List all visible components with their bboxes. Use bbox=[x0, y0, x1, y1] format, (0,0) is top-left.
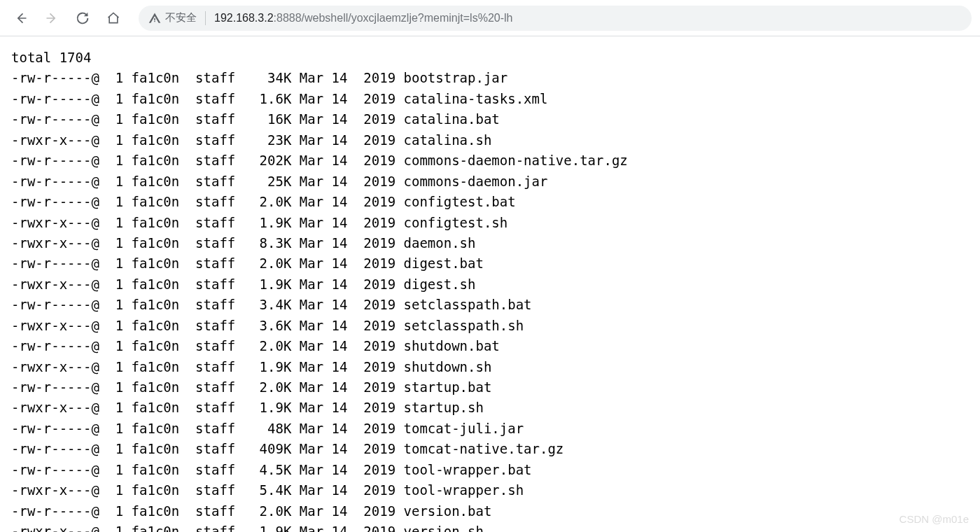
home-icon bbox=[106, 11, 120, 25]
warning-icon bbox=[148, 12, 161, 24]
address-url: 192.168.3.2:8888/webshell/yoxcjlaemzlje?… bbox=[214, 12, 512, 24]
back-button[interactable] bbox=[8, 6, 34, 31]
address-bar[interactable]: 不安全 192.168.3.2:8888/webshell/yoxcjlaemz… bbox=[139, 6, 972, 31]
page-body-listing: total 1704 -rw-r-----@ 1 fa1c0n staff 34… bbox=[0, 36, 980, 532]
address-separator bbox=[205, 11, 206, 25]
insecure-label: 不安全 bbox=[165, 11, 197, 24]
url-path: :8888/webshell/yoxcjlaemzlje?meminjt=ls%… bbox=[274, 12, 513, 24]
reload-button[interactable] bbox=[70, 6, 95, 31]
url-host: 192.168.3.2 bbox=[214, 12, 274, 24]
browser-toolbar: 不安全 192.168.3.2:8888/webshell/yoxcjlaemz… bbox=[0, 0, 980, 36]
forward-button[interactable] bbox=[39, 6, 64, 31]
home-button[interactable] bbox=[101, 6, 126, 31]
insecure-badge[interactable]: 不安全 bbox=[148, 11, 197, 24]
reload-icon bbox=[75, 10, 90, 26]
arrow-right-icon bbox=[45, 11, 59, 25]
arrow-left-icon bbox=[14, 11, 28, 25]
watermark: CSDN @m01e bbox=[899, 513, 969, 525]
